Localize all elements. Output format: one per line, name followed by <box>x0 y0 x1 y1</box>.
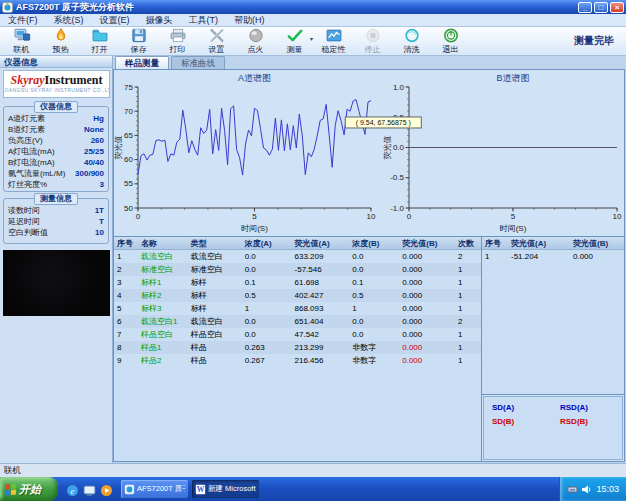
column-header[interactable]: 次数 <box>455 237 481 249</box>
volume-icon[interactable] <box>581 484 592 495</box>
info-value: 40/40 <box>84 158 104 167</box>
menu-item[interactable]: 设置(E) <box>92 14 138 27</box>
svg-text:10: 10 <box>613 212 622 221</box>
table-row[interactable]: 1载流空白载流空白0.0633.2090.00.0002 <box>114 250 481 263</box>
desktop-icon[interactable] <box>83 483 96 496</box>
toolbar-button-清洗[interactable]: 清洗 <box>392 27 431 55</box>
stat-label-SD(B): SD(B) <box>492 417 514 426</box>
table-cell: 1 <box>455 289 481 302</box>
toolbar-button-label: 设置 <box>209 44 225 55</box>
menu-item[interactable]: 系统(S) <box>46 14 92 27</box>
start-button[interactable]: 开始 <box>0 477 58 501</box>
table-cell: 标样 <box>188 289 242 302</box>
toolbar-button-设置[interactable]: 设置 <box>197 27 236 55</box>
toolbar-button-label: 打印 <box>170 44 186 55</box>
column-header[interactable]: 荧光值(B) <box>570 237 622 249</box>
table-cell: 0.0 <box>242 328 292 341</box>
chart-icon <box>324 27 344 44</box>
toolbar-button-打开[interactable]: 打开 <box>80 27 119 55</box>
table-cell: 1 <box>242 302 292 315</box>
clock[interactable]: 15:03 <box>596 484 619 494</box>
network-icon[interactable] <box>567 484 578 495</box>
table-cell: 4 <box>114 289 138 302</box>
application-window: AFS7200T 原子荧光分析软件 _ □ × 文件(F)系统(S)设置(E)摄… <box>0 0 626 501</box>
column-header[interactable]: 荧光值(A) <box>292 237 350 249</box>
tab-样品测量[interactable]: 样品测量 <box>115 56 169 69</box>
svg-text:-0.5: -0.5 <box>390 173 404 182</box>
column-header[interactable]: 浓度(A) <box>242 237 292 249</box>
right-area: 序号荧光值(A)荧光值(B)1-51.2040.000 SD(A)RSD(A)S… <box>482 237 624 461</box>
column-header[interactable]: 浓度(B) <box>349 237 399 249</box>
table-cell: 61.698 <box>292 276 350 289</box>
table-cell: 0.000 <box>399 250 455 263</box>
table-row[interactable]: 2标准空白标准空白0.0-57.5460.00.0001 <box>114 263 481 276</box>
menu-item[interactable]: 摄像头 <box>138 14 181 27</box>
table-cell: 1 <box>114 250 138 263</box>
toolbar-button-保存[interactable]: 保存 <box>119 27 158 55</box>
column-header[interactable]: 荧光值(B) <box>399 237 455 249</box>
table-row[interactable]: 4标样2标样0.5402.4270.50.0001 <box>114 289 481 302</box>
table-cell: 0.0 <box>349 250 399 263</box>
close-button[interactable]: × <box>610 2 624 13</box>
dropdown-arrow-icon[interactable]: ▾ <box>310 35 313 42</box>
status-bar: 联机 <box>0 463 626 477</box>
toolbar-button-联机[interactable]: 联机 <box>2 27 41 55</box>
table-cell: 标样2 <box>138 289 188 302</box>
menu-item[interactable]: 文件(F) <box>0 14 46 27</box>
toolbar-button-预热[interactable]: 预热 <box>41 27 80 55</box>
channel-b-chart[interactable]: B道谱图0510-1.0-0.50.00.51.0时间(S)荧光值 <box>383 70 625 236</box>
svg-text:50: 50 <box>124 204 133 213</box>
table-row[interactable]: 7样品空白样品空白0.047.5420.00.0001 <box>114 328 481 341</box>
toolbar-button-打印[interactable]: 打印 <box>158 27 197 55</box>
table-row[interactable]: 8样品1样品0.263213.299非数字0.0001 <box>114 341 481 354</box>
table-row[interactable]: 6载流空白1载流空白0.0651.4040.00.0002 <box>114 315 481 328</box>
info-label: A道灯元素 <box>8 113 45 124</box>
results-table[interactable]: 序号名称类型浓度(A)荧光值(A)浓度(B)荧光值(B)次数1载流空白载流空白0… <box>114 237 482 461</box>
task-button[interactable]: AFS7200T 原子荧光... <box>121 480 188 498</box>
table-header-row: 序号荧光值(A)荧光值(B) <box>482 237 624 250</box>
table-cell: 2 <box>455 250 481 263</box>
main-area: 样品测量标准曲线 A道谱图0510505560657075时间(S)荧光值( 9… <box>113 56 626 463</box>
toolbar-button-点火[interactable]: 点火 <box>236 27 275 55</box>
menu-item[interactable]: 帮助(H) <box>226 14 273 27</box>
table-cell: 3 <box>114 276 138 289</box>
table-row[interactable]: 1-51.2040.000 <box>482 250 624 263</box>
ie-icon[interactable]: e <box>66 483 79 496</box>
table-cell: 0.0 <box>349 328 399 341</box>
workspace: 仪器信息 SkyrayInstrument JIANGSU SKYRAY INS… <box>0 56 626 463</box>
tab-标准曲线[interactable]: 标准曲线 <box>171 56 225 69</box>
column-header[interactable]: 名称 <box>138 237 188 249</box>
table-cell: 2 <box>114 263 138 276</box>
info-label: B道灯元素 <box>8 124 45 135</box>
column-header[interactable]: 类型 <box>188 237 242 249</box>
column-header[interactable]: 序号 <box>482 237 508 249</box>
toolbar-button-退出[interactable]: 退出 <box>431 27 470 55</box>
info-label: 空白判断值 <box>8 227 48 238</box>
window-title: AFS7200T 原子荧光分析软件 <box>16 1 134 14</box>
info-value: T <box>99 217 104 226</box>
task-button[interactable]: W新建 Microsoft W... <box>192 480 259 498</box>
info-value: 25/25 <box>84 147 104 156</box>
table-cell: 1 <box>455 328 481 341</box>
column-header[interactable]: 荧光值(A) <box>508 237 570 249</box>
table-row[interactable]: 3标样1标样0.161.6980.10.0001 <box>114 276 481 289</box>
toolbar-button-稳定性[interactable]: 稳定性 <box>314 27 353 55</box>
table-row[interactable]: 9样品2样品0.267216.456非数字0.0001 <box>114 354 481 367</box>
menu-item[interactable]: 工具(T) <box>181 14 227 27</box>
minimize-button[interactable]: _ <box>578 2 592 13</box>
readings-table[interactable]: 序号荧光值(A)荧光值(B)1-51.2040.000 <box>482 237 624 395</box>
column-header[interactable]: 序号 <box>114 237 138 249</box>
table-cell: 标样 <box>188 302 242 315</box>
svg-text:( 9.54, 67.56875 ): ( 9.54, 67.56875 ) <box>356 119 411 127</box>
table-row[interactable]: 5标样3标样1868.09310.0001 <box>114 302 481 315</box>
media-icon[interactable] <box>100 483 113 496</box>
table-cell: -51.204 <box>508 250 570 263</box>
info-row: B道灯元素None <box>4 124 108 135</box>
table-cell: 样品1 <box>138 341 188 354</box>
channel-a-chart[interactable]: A道谱图0510505560657075时间(S)荧光值( 9.54, 67.5… <box>114 70 383 236</box>
table-cell: 1 <box>455 276 481 289</box>
task-button-label: 新建 Microsoft W... <box>208 484 256 494</box>
restore-button[interactable]: □ <box>594 2 608 13</box>
toolbar-button-label: 点火 <box>248 44 264 55</box>
toolbar-button-测量[interactable]: 测量▾ <box>275 27 314 55</box>
